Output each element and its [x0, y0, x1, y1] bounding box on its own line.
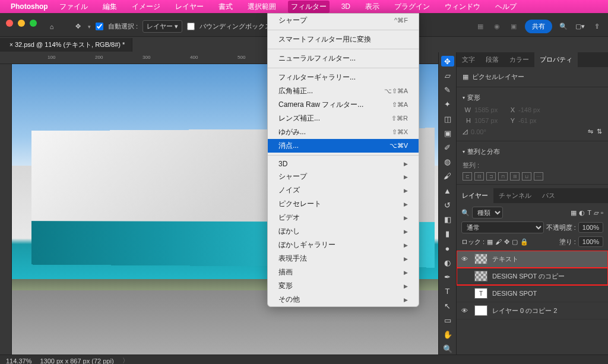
dd-blur[interactable]: ぼかし▶: [268, 224, 419, 238]
close-window[interactable]: [6, 20, 13, 27]
tab-channels[interactable]: チャンネル: [493, 188, 537, 203]
blur-tool[interactable]: ●: [441, 243, 454, 254]
x-input[interactable]: [518, 106, 547, 113]
layer-filter-kind[interactable]: 種類: [472, 207, 503, 219]
tab-character[interactable]: 文字: [457, 52, 480, 67]
align-top[interactable]: ⊓: [498, 172, 508, 181]
dd-lens-correction[interactable]: レンズ補正...⇧⌘R: [268, 112, 419, 125]
lock-move-icon[interactable]: ✥: [504, 238, 509, 246]
angle-input[interactable]: [471, 128, 499, 135]
layer-thumbnail[interactable]: T: [474, 288, 487, 299]
type-tool[interactable]: T: [441, 286, 454, 297]
move-tool[interactable]: ✥: [441, 56, 454, 67]
menu-file[interactable]: ファイル: [56, 1, 91, 13]
visibility-toggle[interactable]: 👁: [461, 255, 470, 262]
align-center-h[interactable]: ⊟: [474, 172, 484, 181]
shape-tool[interactable]: ▭: [441, 315, 454, 325]
pen-tool[interactable]: ✒: [441, 272, 454, 283]
height-input[interactable]: [474, 117, 503, 124]
dd-noise[interactable]: ノイズ▶: [268, 183, 419, 197]
lock-brush-icon[interactable]: 🖌: [495, 238, 502, 245]
ruler-vertical[interactable]: [0, 64, 12, 354]
align-header[interactable]: ▾整列と分布: [463, 145, 602, 159]
menu-view[interactable]: 表示: [362, 1, 382, 13]
align-bottom[interactable]: ⊔: [522, 172, 531, 181]
zoom-tool[interactable]: 🔍: [441, 344, 454, 354]
dd-pixelate[interactable]: ピクセレート▶: [268, 197, 419, 211]
menu-type[interactable]: 書式: [216, 1, 236, 13]
camera-icon[interactable]: ▣: [508, 21, 519, 32]
search-icon[interactable]: 🔍: [558, 21, 569, 32]
lock-all-icon[interactable]: 🔒: [520, 238, 528, 246]
frame-tool[interactable]: ▣: [441, 128, 454, 138]
lasso-tool[interactable]: ✎: [441, 84, 454, 95]
align-left[interactable]: ⊏: [463, 172, 472, 181]
menu-3d[interactable]: 3D: [338, 1, 353, 12]
dodge-tool[interactable]: ◐: [441, 257, 454, 268]
auto-select-target[interactable]: レイヤー ▾: [142, 20, 182, 33]
flip-v-icon[interactable]: ⇅: [597, 128, 602, 135]
auto-select-checkbox[interactable]: [96, 23, 103, 30]
dd-camera-raw[interactable]: Camera Raw フィルター...⇧⌘A: [268, 98, 419, 112]
wand-tool[interactable]: ✦: [441, 99, 454, 110]
tab-color[interactable]: カラー: [504, 52, 534, 67]
healing-tool[interactable]: ◍: [441, 157, 454, 167]
artboard-tool[interactable]: ▱: [441, 70, 454, 81]
tab-paths[interactable]: パス: [537, 188, 560, 203]
gradient-tool[interactable]: ▮: [441, 229, 454, 239]
lock-pixels-icon[interactable]: ▦: [487, 238, 493, 246]
dd-sharpen[interactable]: シャープ▶: [268, 170, 419, 183]
filter-icon[interactable]: 🔍: [461, 209, 470, 217]
dd-other[interactable]: その他▶: [268, 293, 419, 306]
filter-smart-icon[interactable]: ▫: [601, 209, 603, 216]
tab-layers[interactable]: レイヤー: [457, 188, 493, 203]
dd-3d[interactable]: 3D▶: [268, 158, 419, 170]
dd-convert-smart[interactable]: スマートフィルター用に変換: [268, 33, 419, 46]
align-more[interactable]: ⋯: [534, 172, 543, 181]
layer-row[interactable]: T DESIGN SPOT: [457, 285, 608, 302]
menu-select[interactable]: 選択範囲: [245, 1, 279, 13]
filter-type-icon[interactable]: T: [587, 209, 591, 216]
eyedropper-tool[interactable]: ✐: [441, 142, 454, 153]
layer-thumbnail[interactable]: [474, 254, 487, 264]
filter-shape-icon[interactable]: ▱: [594, 209, 598, 217]
dd-distort[interactable]: 変形▶: [268, 279, 419, 293]
opacity-value[interactable]: 100%: [578, 222, 603, 233]
dd-stylize[interactable]: 表現手法▶: [268, 252, 419, 265]
menu-edit[interactable]: 編集: [100, 1, 120, 13]
layer-thumbnail[interactable]: [474, 305, 487, 316]
y-input[interactable]: [518, 117, 547, 124]
bounding-box-checkbox[interactable]: [187, 23, 195, 30]
path-tool[interactable]: ↖: [441, 300, 454, 311]
dd-filter-gallery[interactable]: フィルターギャラリー...: [268, 71, 419, 84]
align-center-v[interactable]: ⊞: [510, 172, 520, 181]
document-tab[interactable]: × 32.psd @ 114% (テキスト, RGB/8#) *: [0, 38, 132, 52]
visibility-toggle[interactable]: 👁: [461, 307, 470, 314]
workspace-icon[interactable]: ▢▾: [575, 21, 585, 32]
dd-neural[interactable]: ニューラルフィルター...: [268, 52, 419, 65]
crop-tool[interactable]: ◫: [441, 113, 454, 124]
hand-tool[interactable]: ✋: [441, 329, 454, 340]
dd-render[interactable]: 描画▶: [268, 265, 419, 279]
align-right[interactable]: ⊐: [486, 172, 496, 181]
layer-row[interactable]: 👁 テキスト: [457, 251, 608, 268]
dd-blur-gallery[interactable]: ぼかしギャラリー▶: [268, 238, 419, 252]
zoom-level[interactable]: 114.37%: [6, 357, 31, 365]
move-tool-icon[interactable]: ✥: [72, 21, 83, 32]
menu-image[interactable]: イメージ: [129, 1, 163, 13]
dd-wide-angle[interactable]: 広角補正...⌥⇧⌘A: [268, 84, 419, 98]
layer-thumbnail[interactable]: [474, 271, 487, 281]
layer-row[interactable]: 👁 レイヤー 0 のコピー 2: [457, 302, 608, 319]
dd-vanishing-point[interactable]: 消点...⌥⌘V: [268, 139, 419, 153]
fill-value[interactable]: 100%: [578, 236, 603, 247]
menu-window[interactable]: ウィンドウ: [442, 1, 483, 13]
flip-h-icon[interactable]: ⇋: [588, 128, 593, 135]
eraser-tool[interactable]: ◧: [441, 214, 454, 225]
filter-pixel-icon[interactable]: ▦: [571, 209, 577, 217]
lock-artboard-icon[interactable]: ▢: [512, 238, 518, 246]
menu-layer[interactable]: レイヤー: [172, 1, 207, 13]
dd-liquify[interactable]: ゆがみ...⇧⌘X: [268, 125, 419, 139]
minimize-window[interactable]: [18, 20, 25, 27]
tab-properties[interactable]: プロパティ: [534, 52, 578, 67]
3d-mode-icon[interactable]: ◉: [492, 21, 502, 32]
